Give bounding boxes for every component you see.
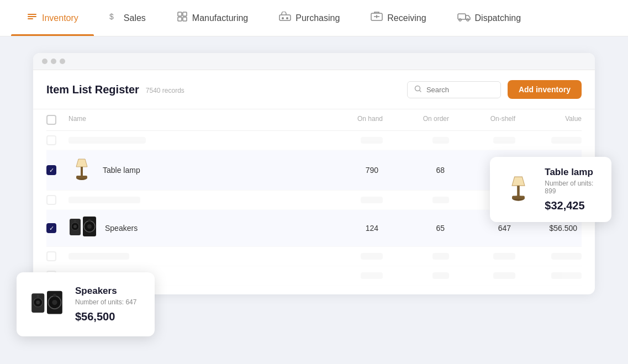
placeholder-name xyxy=(68,253,129,260)
speakers-tooltip-units-count: 647 xyxy=(125,298,136,306)
svg-point-23 xyxy=(74,220,76,222)
sales-icon: $ xyxy=(109,12,119,24)
item-cell xyxy=(68,253,316,260)
col-header-onshelf: On-shelf xyxy=(449,115,515,125)
nav-label-receiving: Receiving xyxy=(387,13,426,23)
lamp-image xyxy=(68,155,95,186)
svg-point-13 xyxy=(459,19,461,21)
svg-rect-6 xyxy=(178,17,182,21)
svg-rect-4 xyxy=(178,12,182,16)
lamp-tooltip-units: Number of units: 899 xyxy=(545,180,600,195)
speakers-tooltip-price: $56,500 xyxy=(75,310,136,323)
dot-2 xyxy=(51,59,56,64)
svg-rect-19 xyxy=(76,176,87,178)
svg-point-35 xyxy=(36,295,39,298)
col-header-checkbox xyxy=(46,115,68,125)
speakers-onhand: 124 xyxy=(316,224,383,233)
register-actions: Add inventory xyxy=(407,80,582,99)
select-all-checkbox[interactable] xyxy=(46,115,56,125)
nav-item-manufacturing[interactable]: Manufacturing xyxy=(161,0,263,36)
register-count: 7540 records xyxy=(146,87,184,94)
lamp-tooltip-price: $32,425 xyxy=(545,199,600,212)
search-input[interactable] xyxy=(426,86,493,94)
placeholder-name xyxy=(68,197,140,203)
svg-point-27 xyxy=(88,219,91,222)
table-row xyxy=(46,131,582,150)
speakers-onshelf: 647 xyxy=(449,224,515,233)
dispatching-icon xyxy=(457,12,471,24)
svg-rect-8 xyxy=(279,15,291,20)
col-header-value: Value xyxy=(515,115,582,125)
search-icon xyxy=(414,85,422,94)
main-content: Item List Register 7540 records Add inve… xyxy=(0,36,628,364)
speakers-tooltip-image xyxy=(28,282,66,326)
nav-label-dispatching: Dispatching xyxy=(475,13,521,23)
table-row xyxy=(46,247,582,266)
svg-text:$: $ xyxy=(109,12,114,21)
speakers-tooltip-title: Speakers xyxy=(75,286,136,297)
svg-point-39 xyxy=(53,294,56,297)
svg-rect-17 xyxy=(81,167,83,177)
lamp-tooltip-svg xyxy=(503,170,534,209)
svg-rect-2 xyxy=(28,18,33,19)
inventory-icon xyxy=(27,11,38,25)
lamp-onhand: 790 xyxy=(316,166,383,175)
dot-1 xyxy=(42,59,48,64)
receiving-icon xyxy=(371,12,383,24)
svg-point-22 xyxy=(73,225,77,228)
speakers-image xyxy=(68,214,97,242)
purchasing-icon xyxy=(279,12,291,24)
row-checkbox[interactable] xyxy=(46,135,56,145)
top-navigation: Inventory $ Sales Manufacturing xyxy=(0,0,628,36)
svg-rect-29 xyxy=(517,186,520,197)
speakers-value: $56.500 xyxy=(515,224,582,233)
nav-label-sales: Sales xyxy=(124,13,146,23)
window-titlebar xyxy=(33,53,595,70)
svg-marker-16 xyxy=(76,159,87,167)
nav-item-dispatching[interactable]: Dispatching xyxy=(442,0,537,36)
speakers-tooltip-svg xyxy=(30,288,64,320)
search-box[interactable] xyxy=(407,81,501,98)
col-header-onhand: On hand xyxy=(316,115,383,125)
lamp-tooltip-title: Table lamp xyxy=(545,167,600,178)
lamp-name: Table lamp xyxy=(103,166,140,175)
nav-label-inventory: Inventory xyxy=(42,13,78,23)
svg-point-38 xyxy=(52,300,57,305)
item-cell xyxy=(68,197,316,203)
nav-item-inventory[interactable]: Inventory xyxy=(11,0,94,36)
lamp-tooltip-image xyxy=(501,167,536,212)
table-header: Name On hand On order On-shelf Value xyxy=(46,109,582,131)
row-checkbox[interactable] xyxy=(46,195,56,205)
lamp-tooltip-units-count: 899 xyxy=(545,187,556,195)
svg-point-14 xyxy=(467,19,469,21)
speakers-name: Speakers xyxy=(105,224,138,233)
lamp-tooltip-card: Table lamp Number of units: 899 $32,425 xyxy=(490,157,611,222)
lamp-item-cell: Table lamp xyxy=(68,155,316,186)
nav-item-purchasing[interactable]: Purchasing xyxy=(263,0,355,36)
svg-rect-7 xyxy=(183,17,187,21)
register-header: Item List Register 7540 records Add inve… xyxy=(33,70,595,109)
register-title: Item List Register xyxy=(46,83,139,96)
add-inventory-button[interactable]: Add inventory xyxy=(508,80,582,99)
nav-label-purchasing: Purchasing xyxy=(295,13,340,23)
speakers-tooltip-card: Speakers Number of units: 647 $56,500 xyxy=(17,272,155,336)
row-checkbox-speakers[interactable] xyxy=(46,223,56,233)
speakers-onorder: 65 xyxy=(383,224,449,233)
lamp-tooltip-info: Table lamp Number of units: 899 $32,425 xyxy=(545,167,600,212)
speakers-tooltip-info: Speakers Number of units: 647 $56,500 xyxy=(75,286,136,323)
svg-marker-28 xyxy=(512,177,525,186)
svg-rect-0 xyxy=(28,14,36,15)
item-cell xyxy=(68,137,316,144)
svg-rect-12 xyxy=(458,14,466,19)
speakers-tooltip-units: Number of units: 647 xyxy=(75,298,136,306)
svg-point-9 xyxy=(282,17,284,19)
speakers-item-cell: Speakers xyxy=(68,214,316,242)
row-checkbox-lamp[interactable] xyxy=(46,165,56,175)
nav-item-sales[interactable]: $ Sales xyxy=(94,0,161,36)
manufacturing-icon xyxy=(177,11,188,25)
col-header-onorder: On order xyxy=(383,115,449,125)
nav-item-receiving[interactable]: Receiving xyxy=(355,0,441,36)
svg-point-10 xyxy=(286,17,288,19)
dot-3 xyxy=(60,59,65,64)
row-checkbox[interactable] xyxy=(46,251,56,261)
